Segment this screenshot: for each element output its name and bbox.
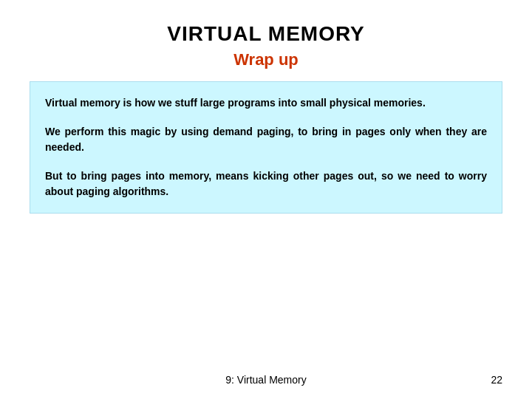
paragraph-3: But to bring pages into memory, means ki… bbox=[45, 168, 487, 200]
paragraph-2: We perform this magic by using demand pa… bbox=[45, 124, 487, 155]
slide-container: VIRTUAL MEMORY Wrap up Virtual memory is… bbox=[0, 0, 532, 399]
footer: 9: Virtual Memory 22 bbox=[0, 374, 532, 386]
paragraph-1: Virtual memory is how we stuff large pro… bbox=[45, 95, 487, 111]
main-title: VIRTUAL MEMORY bbox=[167, 22, 365, 46]
subtitle: Wrap up bbox=[233, 50, 299, 69]
content-box: Virtual memory is how we stuff large pro… bbox=[30, 81, 502, 214]
footer-page-number: 22 bbox=[491, 374, 502, 386]
footer-center-text: 9: Virtual Memory bbox=[30, 374, 502, 386]
